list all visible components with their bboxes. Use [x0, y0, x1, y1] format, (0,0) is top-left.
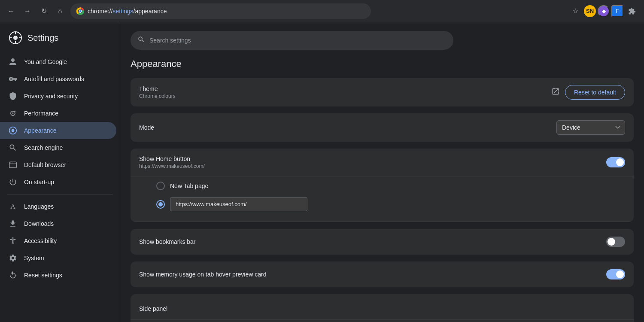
forward-button[interactable]: →	[21, 5, 33, 17]
search-bar-icon	[137, 36, 145, 45]
sidebar-label-languages: Languages	[24, 203, 54, 210]
startup-icon	[9, 178, 17, 186]
memory-usage-label: Show memory usage on tab hover preview c…	[139, 271, 606, 278]
theme-controls: Reset to default	[551, 85, 625, 100]
sidebar-item-you-and-google[interactable]: You and Google	[0, 53, 116, 70]
browser-toolbar: ← → ↻ ⌂ chrome://settings/ap	[0, 0, 644, 22]
svg-point-16	[12, 163, 12, 164]
mode-row: Mode Light Dark Device	[131, 113, 634, 142]
sidebar-item-on-startup[interactable]: On start-up	[0, 173, 116, 191]
home-button-toggle-knob	[616, 158, 624, 166]
sidebar-item-performance[interactable]: Performance	[0, 105, 116, 122]
sidebar-label-accessibility: Accessibility	[24, 237, 57, 244]
side-panel-radio-group: Show on right	[131, 320, 634, 322]
sidebar-item-system[interactable]: System	[0, 249, 116, 267]
sidebar-item-autofill[interactable]: Autofill and passwords	[0, 70, 116, 88]
extensions-button[interactable]	[625, 4, 639, 18]
home-button-toggle[interactable]	[606, 157, 625, 167]
browser-chrome: ← → ↻ ⌂ chrome://settings/ap	[0, 0, 644, 22]
reset-to-default-button[interactable]: Reset to default	[565, 85, 625, 100]
sidebar-item-privacy[interactable]: Privacy and security	[0, 88, 116, 105]
new-tab-radio-label: New Tab page	[170, 182, 208, 189]
sidebar-divider	[7, 194, 113, 194]
bookmarks-bar-toggle-track	[606, 237, 625, 247]
custom-url-radio-circle[interactable]	[156, 200, 165, 209]
memory-usage-section: Show memory usage on tab hover preview c…	[131, 261, 634, 287]
url-display: chrome://settings/appearance	[88, 8, 167, 15]
reload-button[interactable]: ↻	[38, 5, 50, 17]
sidebar-item-search-engine[interactable]: Search engine	[0, 139, 116, 156]
accessibility-icon	[9, 237, 17, 245]
page-title: Appearance	[120, 58, 644, 78]
profile-avatar[interactable]: SN	[584, 5, 596, 17]
memory-usage-main-label: Show memory usage on tab hover preview c…	[139, 271, 606, 278]
settings-logo: Settings	[0, 26, 120, 53]
show-on-right-radio-item[interactable]: Show on right	[156, 320, 625, 322]
back-button[interactable]: ←	[5, 5, 17, 17]
bookmarks-bar-row: Show bookmarks bar	[131, 229, 634, 255]
svg-rect-13	[9, 162, 17, 167]
mode-dropdown[interactable]: Light Dark Device	[556, 120, 625, 135]
sidebar-label-you-and-google: You and Google	[24, 58, 67, 65]
sidebar-item-reset[interactable]: Reset settings	[0, 267, 116, 284]
home-button-row: Show Home button https://www.makeuseof.c…	[131, 149, 634, 176]
memory-usage-toggle[interactable]	[606, 269, 625, 279]
new-tab-radio-circle[interactable]	[156, 182, 165, 190]
theme-sub-label: Chrome colours	[139, 93, 551, 99]
search-container	[120, 22, 464, 58]
bookmark-button[interactable]: ☆	[568, 4, 582, 18]
home-button-label: Show Home button https://www.makeuseof.c…	[139, 155, 606, 169]
appearance-icon	[9, 126, 17, 135]
reset-icon	[9, 271, 17, 279]
side-panel-section: Side panel Show on right	[131, 294, 634, 322]
side-panel-main-label: Side panel	[139, 305, 625, 312]
home-button[interactable]: ⌂	[54, 5, 66, 17]
bookmarks-bar-label: Show bookmarks bar	[139, 238, 606, 245]
bookmarks-bar-section: Show bookmarks bar	[131, 229, 634, 255]
memory-usage-row: Show memory usage on tab hover preview c…	[131, 261, 634, 287]
sidebar-label-on-startup: On start-up	[24, 179, 54, 185]
mode-section: Mode Light Dark Device	[131, 113, 634, 142]
key-icon	[9, 75, 17, 83]
main-area: Settings You and Google Autofill and pas…	[0, 22, 644, 322]
search-bar[interactable]	[131, 31, 453, 50]
custom-url-radio-item[interactable]	[156, 194, 625, 215]
sidebar-label-search-engine: Search engine	[24, 144, 63, 151]
sidebar-item-languages[interactable]: A Languages	[0, 198, 116, 215]
theme-main-label: Theme	[139, 85, 551, 92]
languages-icon: A	[9, 202, 17, 211]
theme-section: Theme Chrome colours Reset to default	[131, 78, 634, 106]
settings-logo-icon	[9, 31, 22, 45]
svg-point-12	[12, 129, 15, 132]
sidebar-label-autofill: Autofill and passwords	[24, 76, 84, 82]
search-input[interactable]	[149, 37, 447, 44]
sidebar-label-downloads: Downloads	[24, 220, 54, 227]
sidebar-label-default-browser: Default browser	[24, 161, 66, 168]
sidebar-item-appearance[interactable]: Appearance	[0, 122, 116, 139]
browser-icon	[9, 161, 17, 169]
svg-point-17	[12, 237, 13, 239]
mode-control: Light Dark Device	[556, 120, 625, 135]
chrome-logo-icon	[76, 7, 84, 15]
extension-blue-icon[interactable]: F	[611, 5, 623, 17]
bookmarks-bar-toggle[interactable]	[606, 237, 625, 247]
memory-usage-toggle-track	[606, 269, 625, 279]
extension-purple-icon[interactable]: ◆	[598, 5, 610, 17]
memory-usage-toggle-container	[606, 269, 625, 279]
sidebar-item-default-browser[interactable]: Default browser	[0, 156, 116, 173]
sidebar-item-downloads[interactable]: Downloads	[0, 215, 116, 232]
home-url-input[interactable]	[170, 197, 307, 211]
search-icon	[9, 143, 17, 152]
side-panel-label: Side panel	[139, 305, 625, 312]
sidebar-item-accessibility[interactable]: Accessibility	[0, 232, 116, 249]
svg-point-15	[10, 163, 11, 164]
settings-title: Settings	[27, 33, 58, 43]
svg-point-4	[79, 10, 82, 12]
address-bar[interactable]: chrome://settings/appearance	[70, 3, 371, 19]
download-icon	[9, 219, 17, 228]
new-tab-radio-item[interactable]: New Tab page	[156, 178, 625, 194]
toolbar-extensions: ☆ SN ◆ F	[568, 4, 639, 18]
home-button-section: Show Home button https://www.makeuseof.c…	[131, 149, 634, 222]
bookmarks-bar-main-label: Show bookmarks bar	[139, 238, 606, 245]
external-link-icon[interactable]	[551, 87, 560, 98]
